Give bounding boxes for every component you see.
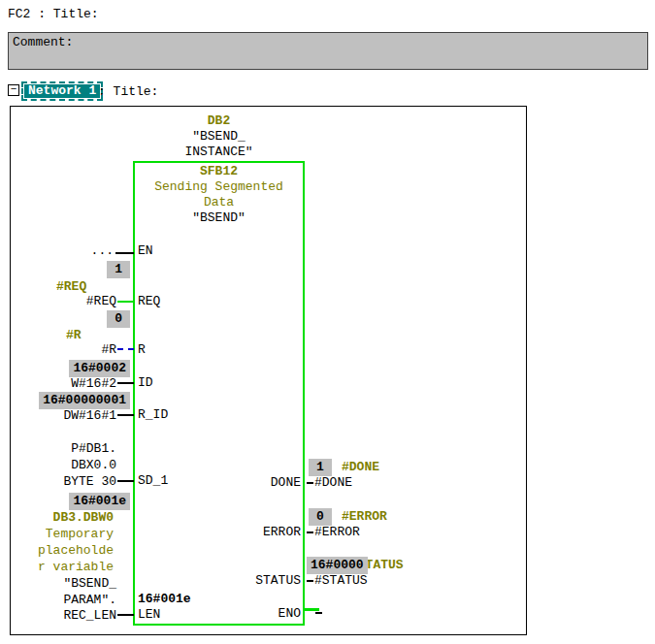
minus-icon: − bbox=[11, 83, 17, 95]
done-value-box[interactable]: 1 bbox=[309, 459, 332, 476]
error-symbol: #ERROR bbox=[342, 510, 387, 524]
pin-sd-1: SD_1 bbox=[138, 474, 168, 488]
pin-r: R bbox=[138, 343, 146, 357]
req-value-box[interactable]: 1 bbox=[107, 261, 130, 278]
len-value-box[interactable]: 16#001e bbox=[69, 493, 130, 510]
len-operand-line1[interactable]: "BSEND_ bbox=[63, 577, 116, 591]
r-value-box[interactable]: 0 bbox=[107, 310, 130, 328]
len-symbol-comment-line3: r variable bbox=[38, 561, 114, 574]
eno-wire-energized bbox=[305, 608, 319, 611]
done-operand[interactable]: #DONE bbox=[314, 476, 352, 490]
id-operand[interactable]: W#16#2 bbox=[71, 377, 116, 391]
status-value-box[interactable]: 16#0000 bbox=[307, 557, 368, 574]
pin-eno: ENO bbox=[278, 607, 301, 621]
sd1-operand-line1[interactable]: P#DB1. bbox=[71, 442, 116, 456]
req-symbol: #REQ bbox=[56, 280, 86, 294]
pin-r-id: R_ID bbox=[138, 408, 168, 422]
status-wire bbox=[307, 580, 313, 582]
pin-status: STATUS bbox=[255, 574, 301, 588]
pin-req: REQ bbox=[138, 295, 160, 308]
error-operand[interactable]: #ERROR bbox=[314, 526, 360, 539]
len-wire bbox=[117, 614, 134, 616]
fb-comment-line1: Sending Segmented bbox=[133, 180, 305, 194]
en-operand[interactable]: ... bbox=[91, 244, 114, 258]
instance-db-number[interactable]: DB2 bbox=[133, 114, 305, 128]
id-wire bbox=[117, 382, 134, 384]
pin-done: DONE bbox=[271, 476, 301, 490]
req-operand[interactable]: #REQ bbox=[86, 295, 116, 308]
r-id-value-box[interactable]: 16#00000001 bbox=[39, 392, 130, 409]
len-monitor-value: 16#001e bbox=[138, 593, 191, 606]
instance-db-name-line1[interactable]: "BSEND_ bbox=[133, 130, 305, 144]
len-operand-line3[interactable]: REC_LEN bbox=[63, 609, 116, 623]
network-title-suffix: : Title: bbox=[98, 85, 158, 99]
len-symbol: DB3.DBW0 bbox=[53, 511, 114, 525]
done-symbol: #DONE bbox=[342, 461, 379, 474]
len-operand-line2[interactable]: PARAM". bbox=[63, 594, 116, 607]
fb-symbolic-name: "BSEND" bbox=[133, 211, 305, 225]
block-title: FC2 : Title: bbox=[8, 8, 99, 21]
network-collapse-icon[interactable]: − bbox=[8, 84, 19, 96]
r-symbol: #R bbox=[66, 329, 82, 342]
comment-box[interactable]: Comment: bbox=[8, 32, 648, 70]
req-wire-energized bbox=[117, 301, 134, 303]
comment-label: Comment: bbox=[13, 35, 73, 49]
len-symbol-comment-line1: Temporary bbox=[46, 528, 114, 541]
instance-db-name-line2[interactable]: INSTANCE" bbox=[133, 145, 305, 159]
pin-len: LEN bbox=[138, 608, 160, 622]
id-value-box[interactable]: 16#0002 bbox=[69, 360, 130, 377]
r-id-operand[interactable]: DW#16#1 bbox=[63, 409, 116, 423]
status-operand[interactable]: #STATUS bbox=[314, 574, 368, 588]
sfb12-bsend-block[interactable] bbox=[133, 161, 305, 626]
len-symbol-comment-line2: placeholde bbox=[38, 544, 114, 558]
en-wire bbox=[115, 252, 134, 254]
network-name: Network 1 bbox=[24, 84, 100, 98]
sd1-operand-line3[interactable]: BYTE 30 bbox=[63, 475, 116, 489]
r-id-wire bbox=[117, 414, 134, 416]
pin-en: EN bbox=[138, 244, 153, 258]
sd1-wire bbox=[117, 480, 134, 482]
step7-editor-canvas: FC2 : Title: Comment: − Network 1 : Titl… bbox=[0, 0, 655, 644]
sd1-operand-line2[interactable]: DBX0.0 bbox=[71, 459, 116, 472]
done-wire bbox=[307, 482, 313, 484]
r-wire-false bbox=[117, 348, 134, 350]
eno-continuation-tick bbox=[315, 612, 322, 614]
error-wire bbox=[307, 531, 313, 533]
r-operand[interactable]: #R bbox=[101, 343, 116, 357]
fb-number: SFB12 bbox=[133, 165, 305, 178]
pin-id: ID bbox=[138, 376, 153, 390]
network-label-selected[interactable]: Network 1 bbox=[21, 81, 103, 101]
fb-comment-line2: Data bbox=[133, 196, 305, 209]
pin-error: ERROR bbox=[263, 526, 301, 539]
error-value-box[interactable]: 0 bbox=[309, 508, 332, 526]
